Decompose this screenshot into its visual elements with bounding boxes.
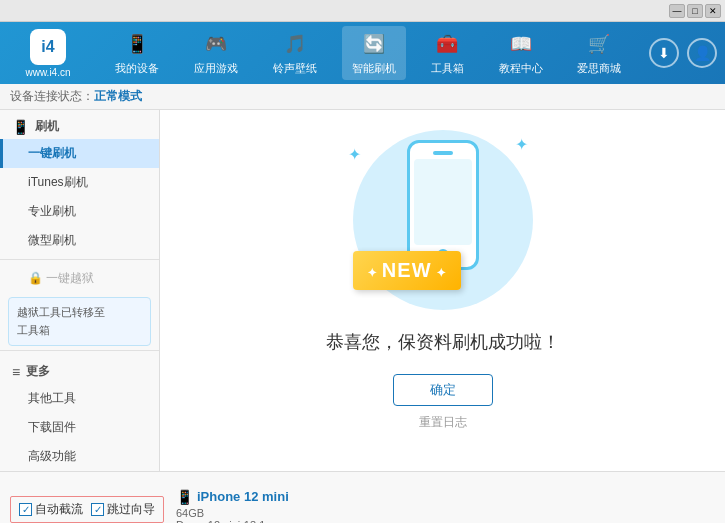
itunes-flash-label: iTunes刷机 — [28, 175, 88, 189]
toolbox-icon: 🧰 — [433, 30, 461, 58]
micro-flash-label: 微型刷机 — [28, 233, 76, 247]
device-version: Down-12mini-13,1 — [176, 519, 289, 523]
sidebar-item-itunes-flash[interactable]: iTunes刷机 — [0, 168, 159, 197]
illustration-container: ✦ ✦ NEW 恭喜您，保资料刷机成功啦！ 确定 重置日志 — [326, 130, 560, 431]
sidebar-item-pro-flash[interactable]: 专业刷机 — [0, 197, 159, 226]
status-bar: 设备连接状态： 正常模式 — [0, 84, 725, 110]
sidebar: 📱 刷机 一键刷机 iTunes刷机 专业刷机 微型刷机 🔒 一键越狱 越狱工具… — [0, 110, 160, 471]
smart-flash-label: 智能刷机 — [352, 61, 396, 76]
status-value: 正常模式 — [94, 88, 142, 105]
logo-icon: i4 — [30, 29, 66, 65]
sparkle-top-right: ✦ — [515, 135, 528, 154]
one-key-flash-label: 一键刷机 — [28, 146, 76, 160]
content-area: ✦ ✦ NEW 恭喜您，保资料刷机成功啦！ 确定 重置日志 — [160, 110, 725, 471]
sidebar-item-jailbreak: 🔒 一键越狱 — [0, 264, 159, 293]
apps-games-label: 应用游戏 — [194, 61, 238, 76]
device-checkboxes: ✓ 自动截流 ✓ 跳过向导 — [10, 496, 164, 523]
skip-wizard-label: 跳过向导 — [107, 501, 155, 518]
device-name: 📱 iPhone 12 mini — [176, 489, 289, 505]
middle-row: 📱 刷机 一键刷机 iTunes刷机 专业刷机 微型刷机 🔒 一键越狱 越狱工具… — [0, 110, 725, 471]
nav-ringtones[interactable]: 🎵 铃声壁纸 — [263, 26, 327, 80]
nav-bar: i4 www.i4.cn 📱 我的设备 🎮 应用游戏 🎵 铃声壁纸 🔄 智能刷机… — [0, 22, 725, 84]
sidebar-divider-2 — [0, 350, 159, 351]
sidebar-item-other-tools[interactable]: 其他工具 — [0, 384, 159, 413]
phone-speaker — [433, 151, 453, 155]
phone-graphic: ✦ ✦ NEW — [343, 130, 543, 310]
flash-section-icon: 📱 — [12, 119, 29, 135]
nav-shop[interactable]: 🛒 爱思商城 — [567, 26, 631, 80]
device-info: 📱 iPhone 12 mini 64GB Down-12mini-13,1 — [176, 489, 289, 523]
device-name-text: iPhone 12 mini — [197, 489, 289, 504]
nav-toolbox[interactable]: 🧰 工具箱 — [421, 26, 474, 80]
close-button[interactable]: ✕ — [705, 4, 721, 18]
status-label: 设备连接状态： — [10, 88, 94, 105]
sidebar-item-download-firmware[interactable]: 下载固件 — [0, 413, 159, 442]
more-section-icon: ≡ — [12, 364, 20, 380]
advanced-label: 高级功能 — [28, 449, 76, 463]
flash-section-title: 刷机 — [35, 118, 59, 135]
window-controls: — □ ✕ — [669, 4, 721, 18]
tutorials-icon: 📖 — [507, 30, 535, 58]
confirm-button[interactable]: 确定 — [393, 374, 493, 406]
toolbox-label: 工具箱 — [431, 61, 464, 76]
info-box-text: 越狱工具已转移至工具箱 — [17, 306, 105, 336]
auto-throttle-label: 自动截流 — [35, 501, 83, 518]
tutorials-label: 教程中心 — [499, 61, 543, 76]
jailbreak-label: 🔒 一键越狱 — [28, 271, 94, 285]
auto-throttle-checkbox[interactable]: ✓ 自动截流 — [19, 501, 83, 518]
sidebar-item-advanced[interactable]: 高级功能 — [0, 442, 159, 471]
title-bar: — □ ✕ — [0, 0, 725, 22]
pro-flash-label: 专业刷机 — [28, 204, 76, 218]
auto-throttle-check: ✓ — [22, 504, 30, 515]
sidebar-item-one-key-flash[interactable]: 一键刷机 — [0, 139, 159, 168]
skip-wizard-box: ✓ — [91, 503, 104, 516]
device-phone-icon: 📱 — [176, 489, 193, 505]
nav-right-buttons: ⬇ 👤 — [649, 38, 717, 68]
apps-games-icon: 🎮 — [202, 30, 230, 58]
skip-wizard-checkbox[interactable]: ✓ 跳过向导 — [91, 501, 155, 518]
phone-screen — [414, 159, 472, 245]
sparkle-top-left: ✦ — [348, 145, 361, 164]
smart-flash-icon: 🔄 — [360, 30, 388, 58]
shop-icon: 🛒 — [585, 30, 613, 58]
sidebar-item-micro-flash[interactable]: 微型刷机 — [0, 226, 159, 255]
sidebar-info-box: 越狱工具已转移至工具箱 — [8, 297, 151, 346]
nav-my-device[interactable]: 📱 我的设备 — [105, 26, 169, 80]
success-message: 恭喜您，保资料刷机成功啦！ — [326, 330, 560, 354]
device-storage: 64GB — [176, 507, 289, 519]
ringtones-icon: 🎵 — [281, 30, 309, 58]
logo-subtitle: www.i4.cn — [25, 67, 70, 78]
my-device-icon: 📱 — [123, 30, 151, 58]
more-section-title: 更多 — [26, 363, 50, 380]
other-tools-label: 其他工具 — [28, 391, 76, 405]
device-bar: ✓ 自动截流 ✓ 跳过向导 📱 iPhone 12 mini 64GB Down… — [0, 471, 725, 523]
sidebar-section-flash: 📱 刷机 — [0, 110, 159, 139]
nav-items: 📱 我的设备 🎮 应用游戏 🎵 铃声壁纸 🔄 智能刷机 🧰 工具箱 📖 教程中心… — [98, 26, 639, 80]
my-device-label: 我的设备 — [115, 61, 159, 76]
minimize-button[interactable]: — — [669, 4, 685, 18]
sidebar-section-more: ≡ 更多 — [0, 355, 159, 384]
download-button[interactable]: ⬇ — [649, 38, 679, 68]
new-badge: NEW — [353, 251, 461, 290]
nav-apps-games[interactable]: 🎮 应用游戏 — [184, 26, 248, 80]
nav-smart-flash[interactable]: 🔄 智能刷机 — [342, 26, 406, 80]
maximize-button[interactable]: □ — [687, 4, 703, 18]
auto-throttle-box: ✓ — [19, 503, 32, 516]
nav-tutorials[interactable]: 📖 教程中心 — [489, 26, 553, 80]
download-firmware-label: 下载固件 — [28, 420, 76, 434]
app-logo: i4 www.i4.cn — [8, 29, 88, 78]
account-button[interactable]: 👤 — [687, 38, 717, 68]
restart-log-link[interactable]: 重置日志 — [419, 414, 467, 431]
ringtones-label: 铃声壁纸 — [273, 61, 317, 76]
skip-wizard-check: ✓ — [94, 504, 102, 515]
sidebar-divider-1 — [0, 259, 159, 260]
shop-label: 爱思商城 — [577, 61, 621, 76]
